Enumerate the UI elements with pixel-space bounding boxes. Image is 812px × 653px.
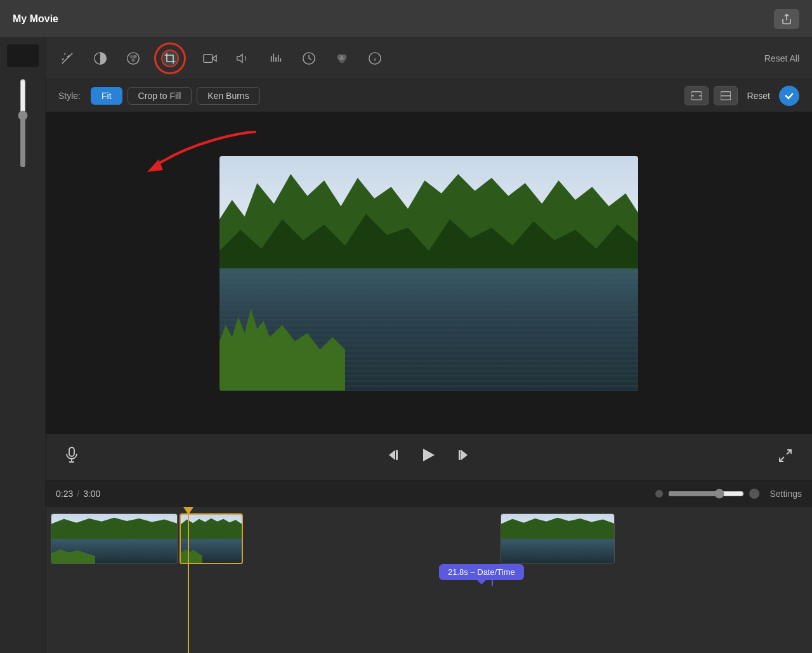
app-title: My Movie [13,13,58,25]
crop-circle-annotation [154,43,186,74]
svg-marker-33 [389,450,395,460]
svg-point-9 [131,58,135,62]
timeline-tracks: 21.8s – Date/Time [46,507,812,653]
play-button[interactable] [420,447,436,467]
svg-marker-11 [237,55,242,63]
style-crop-to-fill-button[interactable]: Crop to Fill [128,87,192,105]
timeline-section: 0:23 / 3:00 Settings [46,480,812,653]
info-icon[interactable] [366,49,384,67]
tooltip-line [492,579,493,586]
video-scene [219,156,638,391]
camera-icon[interactable] [201,49,219,67]
style-bar: Style: Fit Crop to Fill Ken Burns [46,79,812,112]
clip-tooltip: 21.8s – Date/Time [439,564,524,580]
style-action-1[interactable] [684,86,709,105]
zoom-max-icon [749,489,759,499]
svg-point-7 [130,55,134,59]
clip-2-active[interactable] [180,513,243,564]
style-fit-button[interactable]: Fit [91,87,122,105]
speedometer-icon[interactable] [300,49,318,67]
playback-controls [388,447,468,467]
svg-rect-30 [69,447,74,456]
timeline-header: 0:23 / 3:00 Settings [46,480,812,507]
svg-point-20 [339,57,344,63]
settings-button[interactable]: Settings [769,489,802,499]
style-reset-button[interactable]: Reset [747,91,770,101]
playhead-handle [183,507,193,515]
svg-rect-10 [204,55,213,63]
sidebar-slider-container [16,79,29,168]
title-bar: My Movie [0,0,812,38]
audio-icon[interactable] [234,49,252,67]
magic-wand-icon[interactable] [58,49,76,67]
main-track [46,507,812,571]
style-actions: Reset [684,86,799,106]
svg-point-8 [133,55,137,59]
left-sidebar [0,38,46,653]
style-action-2[interactable] [714,86,738,105]
svg-line-39 [780,457,784,461]
color-wheel-icon[interactable] [124,49,142,67]
main-layout: Reset All Style: Fit Crop to Fill Ken Bu… [0,38,812,653]
zoom-slider-container [655,489,759,499]
clip-3[interactable] [501,513,615,564]
color-mix-icon[interactable] [333,49,351,67]
crop-icon[interactable] [161,49,179,67]
clip-1[interactable] [51,513,178,564]
svg-rect-34 [396,450,398,460]
style-label: Style: [58,91,81,101]
fast-forward-button[interactable] [454,448,468,466]
zoom-slider[interactable] [668,489,744,499]
time-display-group: 0:23 / 3:00 [56,489,100,499]
total-time: 3:00 [83,489,100,499]
rewind-button[interactable] [388,448,402,466]
svg-marker-36 [461,450,468,460]
toolbar: Reset All [46,38,812,79]
svg-line-38 [787,450,791,454]
checkmark-button[interactable] [779,86,799,106]
share-button[interactable] [774,9,799,29]
zoom-min-icon [655,490,663,498]
reset-all-button[interactable]: Reset All [764,53,799,63]
current-time: 0:23 [56,489,73,499]
color-balance-icon[interactable] [91,49,109,67]
svg-rect-37 [459,450,461,460]
svg-marker-35 [423,449,435,461]
svg-line-4 [62,58,64,60]
timeline-controls: Settings [655,489,802,499]
expand-icon[interactable] [778,448,793,466]
playhead[interactable] [188,507,189,653]
track-clips [46,512,812,565]
style-ken-burns-button[interactable]: Ken Burns [197,87,259,105]
controls-bar [46,434,812,480]
equalizer-icon[interactable] [267,49,285,67]
video-frame [219,156,638,391]
video-preview-area [46,112,812,434]
sidebar-slider[interactable] [16,79,29,168]
sidebar-block-1 [7,44,39,67]
microphone-icon[interactable] [65,447,79,467]
content-area: Reset All Style: Fit Crop to Fill Ken Bu… [46,38,812,653]
time-divider: / [77,489,79,499]
